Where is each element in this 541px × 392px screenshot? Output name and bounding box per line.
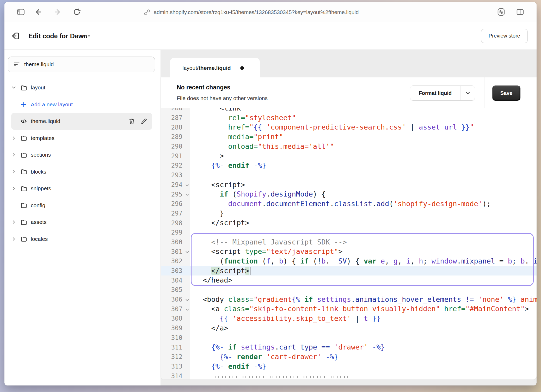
code-line-289[interactable]: 289 media="print" bbox=[161, 132, 537, 142]
line-number: 309 bbox=[161, 323, 190, 333]
sidebar-action-add-a-new-layout[interactable]: Add a new layout bbox=[11, 96, 148, 113]
sidebar-item-snippets[interactable]: snippets bbox=[11, 180, 148, 197]
file-tree: layoutAdd a new layouttheme.liquidtempla… bbox=[4, 79, 161, 247]
code-editor[interactable]: 286 <link287 rel="stylesheet"288 href="{… bbox=[161, 108, 537, 379]
code-line-287[interactable]: 287 rel="stylesheet" bbox=[161, 113, 537, 123]
code-line-286[interactable]: 286 <link bbox=[161, 108, 537, 113]
line-number: 286 bbox=[161, 108, 190, 113]
line-number: 299 bbox=[161, 228, 190, 237]
fold-toggle-icon[interactable] bbox=[185, 183, 189, 187]
toolbar-divider bbox=[484, 77, 484, 108]
tab-label: layout/theme.liquid bbox=[182, 65, 231, 71]
split-view-icon[interactable] bbox=[516, 8, 525, 16]
code-line-293[interactable]: 293 bbox=[161, 170, 537, 180]
chevron-right-icon[interactable] bbox=[11, 152, 17, 158]
fold-toggle-icon[interactable] bbox=[185, 298, 189, 302]
preview-store-button[interactable]: Preview store bbox=[481, 29, 528, 43]
folder-icon bbox=[20, 202, 27, 209]
code-text: href="{{ 'component-predictive-search.cs… bbox=[190, 123, 537, 132]
code-line-310[interactable]: 310 bbox=[161, 333, 537, 343]
code-text: </script> bbox=[190, 266, 537, 276]
file-search-box[interactable] bbox=[8, 57, 155, 72]
line-number: 293 bbox=[161, 170, 190, 180]
tab-theme-liquid[interactable]: layout/theme.liquid bbox=[170, 58, 260, 78]
line-number: 300 bbox=[161, 237, 190, 247]
format-liquid-label: Format liquid bbox=[410, 86, 460, 100]
sidebar-item-layout[interactable]: layout bbox=[11, 79, 148, 96]
code-line-311[interactable]: 311 {%- if settings.cart_type == 'drawer… bbox=[161, 342, 537, 352]
tree-item-label: snippets bbox=[31, 185, 51, 192]
folder-icon bbox=[20, 168, 27, 175]
code-line-290[interactable]: 290 onload="this.media='all'" bbox=[161, 142, 537, 151]
editor-toolbar: No recent changes File does not have any… bbox=[161, 77, 537, 108]
code-line-313[interactable]: 313 {%- endif -%} bbox=[161, 362, 537, 371]
fold-toggle-icon[interactable] bbox=[185, 307, 189, 312]
chevron-right-icon[interactable] bbox=[11, 219, 17, 225]
tree-item-label: layout bbox=[31, 84, 45, 91]
code-line-294[interactable]: 294 <script> bbox=[161, 180, 537, 190]
format-liquid-button[interactable]: Format liquid bbox=[410, 85, 475, 101]
code-text: <link bbox=[190, 108, 537, 113]
code-line-308[interactable]: 308 {{ 'accessibility.skip_to_text' | t … bbox=[161, 314, 537, 323]
code-text: (function (f, b) { if (!b.__SV) { var e,… bbox=[190, 256, 537, 266]
sidebar-item-assets[interactable]: assets bbox=[11, 214, 148, 231]
fold-toggle-icon[interactable] bbox=[185, 193, 189, 197]
chevron-right-icon[interactable] bbox=[11, 236, 17, 242]
code-line-312[interactable]: 312 {%- render 'cart-drawer' -%} bbox=[161, 352, 537, 362]
sidebar-item-config[interactable]: config bbox=[11, 197, 148, 214]
page-settings-icon[interactable] bbox=[496, 7, 506, 17]
code-line-306[interactable]: 306<body class="gradient{% if settings.a… bbox=[161, 295, 537, 304]
code-line-292[interactable]: 292 {%- endif -%} bbox=[161, 161, 537, 170]
code-line-299[interactable]: 299 bbox=[161, 228, 537, 237]
code-line-307[interactable]: 307 <a class="skip-to-content-link butto… bbox=[161, 304, 537, 314]
pencil-icon[interactable] bbox=[140, 118, 147, 125]
code-line-288[interactable]: 288 href="{{ 'component-predictive-searc… bbox=[161, 123, 537, 132]
folder-icon bbox=[20, 235, 27, 242]
code-line-305[interactable]: 305 bbox=[161, 285, 537, 295]
code-line-300[interactable]: 300 <!-- Mixpanel Javascript SDK --> bbox=[161, 237, 537, 247]
code-line-291[interactable]: 291 > bbox=[161, 151, 537, 161]
sidebar-item-sections[interactable]: sections bbox=[11, 146, 148, 163]
file-search-input[interactable] bbox=[24, 61, 150, 68]
sidebar-item-templates[interactable]: templates bbox=[11, 130, 148, 147]
save-button[interactable]: Save bbox=[492, 85, 520, 101]
code-line-301[interactable]: 301 <script type="text/javascript"> bbox=[161, 247, 537, 256]
format-dropdown-toggle[interactable] bbox=[460, 86, 475, 100]
exit-editor-icon[interactable] bbox=[11, 31, 21, 41]
code-line-304[interactable]: 304</head> bbox=[161, 275, 537, 285]
code-text: <!-- Mixpanel Javascript SDK --> bbox=[190, 237, 537, 247]
code-line-296[interactable]: 296 document.documentElement.classList.a… bbox=[161, 199, 537, 209]
code-line-302[interactable]: 302 (function (f, b) { if (!b.__SV) { va… bbox=[161, 256, 537, 266]
address-bar[interactable]: admin.shopify.com/store/rzq1xu-f5/themes… bbox=[4, 2, 497, 22]
chevron-down-icon[interactable] bbox=[11, 85, 17, 90]
filter-icon bbox=[13, 60, 21, 68]
code-text bbox=[190, 170, 537, 180]
line-number: 306 bbox=[161, 295, 190, 304]
page-title: Edit code for Dawn bbox=[28, 32, 87, 40]
code-line-309[interactable]: 309 </a> bbox=[161, 323, 537, 333]
chevron-right-icon[interactable] bbox=[11, 135, 17, 141]
code-line-298[interactable]: 298 </script> bbox=[161, 218, 537, 228]
code-line-297[interactable]: 297 } bbox=[161, 209, 537, 218]
sidebar-item-locales[interactable]: locales bbox=[11, 231, 148, 248]
fold-toggle-icon[interactable] bbox=[185, 250, 189, 254]
more-actions-icon[interactable] bbox=[81, 32, 92, 40]
folder-icon bbox=[20, 84, 27, 91]
code-text: rel="stylesheet" bbox=[190, 113, 537, 123]
sidebar-item-theme.liquid[interactable]: theme.liquid bbox=[11, 113, 152, 130]
editor-card: No recent changes File does not have any… bbox=[161, 77, 537, 379]
code-text: onload="this.media='all'" bbox=[190, 142, 537, 151]
code-line-314[interactable]: 314 bbox=[161, 371, 537, 379]
chevron-right-icon[interactable] bbox=[11, 186, 17, 191]
chevron-right-icon[interactable] bbox=[11, 169, 17, 175]
tree-item-label: config bbox=[31, 202, 45, 209]
plus-icon bbox=[20, 101, 27, 108]
code-file-icon bbox=[20, 118, 27, 125]
line-number: 288 bbox=[161, 123, 190, 132]
line-number: 295 bbox=[161, 189, 190, 199]
tree-item-label: blocks bbox=[31, 169, 46, 175]
code-line-303[interactable]: 303 </script> bbox=[161, 266, 537, 276]
trash-icon[interactable] bbox=[128, 118, 135, 125]
sidebar-item-blocks[interactable]: blocks bbox=[11, 163, 148, 180]
code-line-295[interactable]: 295 if (Shopify.designMode) { bbox=[161, 189, 537, 199]
